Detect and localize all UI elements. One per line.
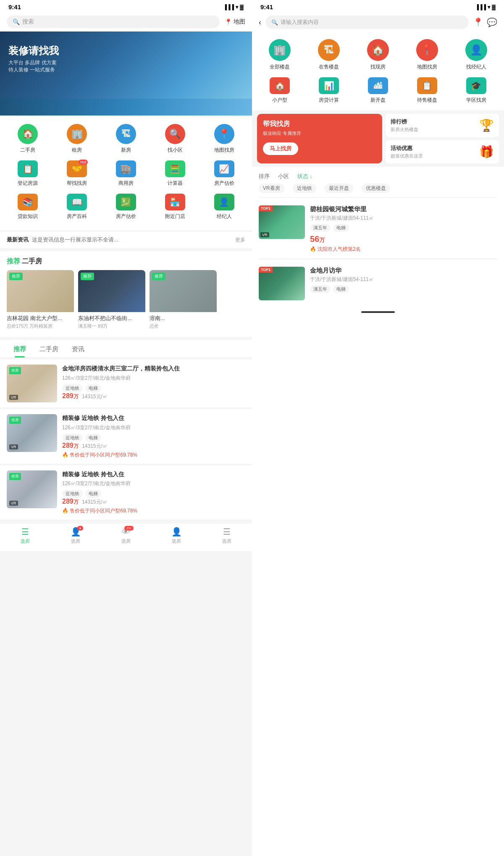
filter-bar: 排序 小区 状态 ↓ VR看房 近地铁 最近开盘 优惠楼盘 (252, 168, 504, 198)
secondhand-label: 二手房 (20, 147, 35, 154)
nav-item-calculator[interactable]: 🧮 计算器 (158, 160, 192, 187)
second-row-icons: 🏠 小户型 📊 房贷计算 🏙 新开盘 📋 待售楼盘 🎓 学区找房 (252, 74, 504, 110)
price-unit-2: 万 (74, 499, 79, 505)
tab-recommend[interactable]: 推荐 (7, 340, 33, 357)
top-nav-findagent[interactable]: 👤 找经纪人 (465, 39, 487, 71)
tab-secondhand[interactable]: 二手房 (33, 340, 65, 357)
nav-item-rental[interactable]: 🏢 租房 (60, 124, 94, 154)
pl-tag-1-0: 满五年 (310, 285, 331, 293)
map-button[interactable]: 📍 地图 (225, 18, 245, 26)
filter-metro[interactable]: 近地铁 (293, 184, 316, 193)
pl-title-1: 金地月访华 (310, 267, 497, 275)
news-more[interactable]: 更多 (235, 236, 245, 244)
nav-item-register[interactable]: 📋 登记房源 (11, 160, 45, 187)
top-nav-readyhouse[interactable]: 🏠 找现房 (367, 39, 389, 71)
property-card-1[interactable]: 推荐 东油村不把山不临街... 满五唯一 89万 (78, 270, 145, 332)
tag-pill-metro: 近地铁 (62, 384, 83, 392)
second-nav-school[interactable]: 🎓 学区找房 (466, 77, 486, 104)
top-nav-sale-icon: 🏗 (318, 39, 340, 61)
top-nav-all-label: 全部楼盘 (270, 63, 290, 71)
filter-status[interactable]: 状态 ↓ (297, 173, 312, 180)
second-nav-newopen[interactable]: 🏙 新开盘 (368, 77, 388, 104)
location-icon[interactable]: 📍 (473, 17, 483, 27)
filter-opendate[interactable]: 最近开盘 (325, 184, 353, 193)
card-image-1: 推荐 (78, 270, 145, 312)
top-nav-all[interactable]: 🏢 全部楼盘 (269, 39, 291, 71)
filter-community[interactable]: 小区 (278, 173, 289, 180)
wifi-icon: ▾ (236, 4, 238, 10)
nav-item-loan[interactable]: 📚 贷款知识 (11, 194, 45, 220)
nav-item-nearstore[interactable]: 🏪 附近门店 (158, 194, 192, 220)
nav-item-2[interactable]: 👤 ● 选房 (71, 527, 81, 544)
ranking-card[interactable]: 排行榜 新房火热楼盘 🏆 (386, 114, 499, 137)
top-nav-sale[interactable]: 🏗 在售楼盘 (318, 39, 340, 71)
news-label: 最新资讯 (7, 236, 29, 244)
back-button[interactable]: ‹ (259, 18, 261, 27)
promo-card-find[interactable]: 帮我找房 极速响应 专属推荐 马上找房 (257, 114, 382, 163)
nav-item-secondhand[interactable]: 🏠 二手房 (11, 124, 45, 154)
nav-item-mapfind[interactable]: 📍 地图找房 (207, 124, 241, 154)
listing-item-2[interactable]: 推荐 VR 精装修 近地铁 拎包入住 126㎡/3室2厅/南北/金地南华府 近地… (0, 465, 252, 520)
rental-icon: 🏢 (67, 124, 87, 144)
property-card-0[interactable]: 推荐 吉林花园 南北大户型... 总价175万 万科精装房 (7, 270, 74, 332)
listing-item-1[interactable]: 推荐 VR 精装修 近地铁 拎包入住 126㎡/3室2厅/南北/金地南华府 近地… (0, 409, 252, 464)
filter-promo[interactable]: 优惠楼盘 (362, 184, 390, 193)
tag-pill-elevator: 电梯 (85, 384, 101, 392)
right-property-0[interactable]: TOP1 VR 碧桂园银河城繁华里 于洪/于洪新城/建面54-111㎡ 满五年 … (252, 200, 504, 259)
nav-item-3[interactable]: 👁 23+ 选房 (121, 527, 131, 544)
small-house-label: 小户型 (272, 97, 287, 104)
search-input-right[interactable]: 🔍 请输入搜索内容 (265, 16, 469, 29)
nav-item-newhouse[interactable]: 🏗 新房 (109, 124, 143, 154)
mapfind-label: 地图找房 (214, 147, 234, 154)
tag-pill-elevator-1: 电梯 (85, 434, 101, 442)
nav-item-wiki[interactable]: 📖 房产百科 (60, 194, 94, 220)
loan-icon: 📚 (18, 194, 38, 210)
second-nav-mortgage[interactable]: 📊 房贷计算 (319, 77, 339, 104)
listing-info-0: 金地洋房四楼清水房三室二厅，精装拎包入住 126㎡/3室2厅/南北/金地南华府 … (62, 365, 245, 402)
listing-title-0: 金地洋房四楼清水房三室二厅，精装拎包入住 (62, 365, 245, 373)
activity-card[interactable]: 活动优惠 超值优惠在这里 🎁 (386, 140, 499, 163)
ranking-icon: 🏆 (479, 118, 494, 132)
promo-subtitle: 极速响应 专属推荐 (263, 130, 376, 137)
nav-item-4[interactable]: 👤 选房 (171, 527, 181, 544)
tag-pill-elevator-2: 电梯 (85, 490, 101, 498)
pl-info-0: 碧桂园银河城繁华里 于洪/于洪新城/建面54-111㎡ 满五年 电梯 56万 🔥… (310, 205, 497, 253)
listing-sub-2: 126㎡/3室2厅/南北/金地南华府 (62, 480, 245, 487)
top-nav-mapfind[interactable]: 📍 地图找房 (416, 39, 438, 71)
search-placeholder-right: 请输入搜索内容 (281, 18, 319, 26)
promo-title: 帮我找房 (263, 120, 376, 129)
nav-home-label: 选房 (21, 538, 30, 544)
promo-button[interactable]: 马上找房 (263, 142, 298, 155)
filter-sort[interactable]: 排序 (259, 173, 270, 180)
top-nav-agent-icon: 👤 (465, 39, 487, 61)
tag-pill-metro-2: 近地铁 (62, 490, 83, 498)
message-icon[interactable]: 💬 (487, 17, 497, 27)
second-nav-small[interactable]: 🏠 小户型 (270, 77, 290, 104)
rental-label: 租房 (72, 147, 82, 154)
tab-news[interactable]: 资讯 (65, 340, 91, 357)
activity-text: 活动优惠 超值优惠在这里 (391, 144, 423, 159)
nav-badge-3: 23+ (124, 526, 134, 530)
right-property-1[interactable]: TOP1 金地月访华 于洪/于洪新城/建面54-111㎡ 满五年 电梯 (252, 261, 504, 306)
listing-info-2: 精装修 近地铁 拎包入住 126㎡/3室2厅/南北/金地南华府 近地铁 电梯 2… (62, 470, 245, 515)
nav-item-estimate[interactable]: 📈 房产估价 (207, 160, 241, 187)
pl-unit-0: 万 (319, 237, 325, 243)
second-nav-pending[interactable]: 📋 待售楼盘 (417, 77, 437, 104)
register-label: 登记房源 (18, 180, 38, 187)
right-header-icons: 📍 💬 (473, 17, 497, 27)
search-input-left[interactable]: 🔍 搜索 (7, 16, 220, 28)
nav-item-helpfind[interactable]: 🤝 Hot 帮找找房 (60, 160, 94, 187)
nav-item-5[interactable]: ☰ 选房 (222, 527, 232, 544)
nav-home[interactable]: ☰ 选房 (20, 527, 30, 544)
listing-item-0[interactable]: 推荐 VR 金地洋房四楼清水房三室二厅，精装拎包入住 126㎡/3室2厅/南北/… (0, 360, 252, 407)
nav-item-agent[interactable]: 👤 经纪人 (207, 194, 241, 220)
filter-vr[interactable]: VR看房 (259, 184, 284, 193)
banner[interactable]: 装修请找我 大平台 多品牌 优方案 待人装修 一站式服务 (0, 32, 252, 116)
search-placeholder-left: 搜索 (22, 18, 34, 26)
nav-item-findcommunity[interactable]: 🔍 找小区 (158, 124, 192, 154)
listing-sub-0: 126㎡/3室2厅/南北/金地南华府 (62, 375, 245, 382)
listing-info-1: 精装修 近地铁 拎包入住 126㎡/3室2厅/南北/金地南华府 近地铁 电梯 2… (62, 414, 245, 459)
nav-item-valuation[interactable]: 💹 房产估价 (109, 194, 143, 220)
property-card-2[interactable]: 推荐 溶南... 总价 (150, 270, 217, 332)
nav-item-commercial[interactable]: 🏬 商用房 (109, 160, 143, 187)
